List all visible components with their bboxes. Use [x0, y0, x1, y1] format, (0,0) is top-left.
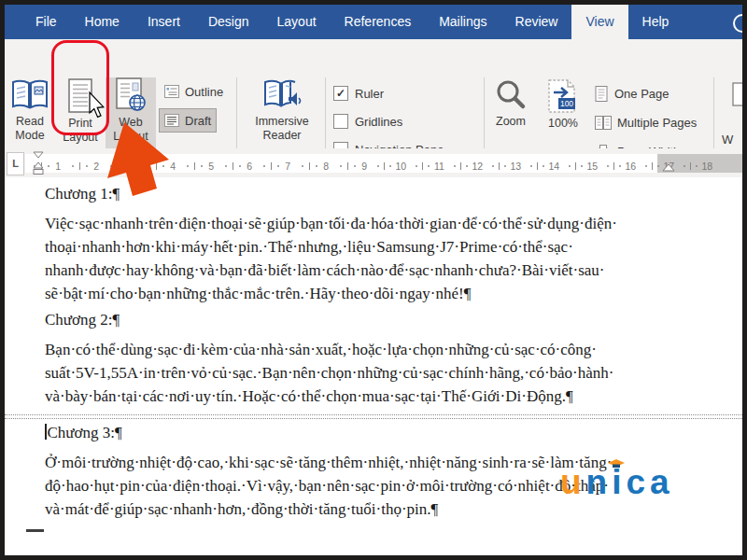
ruler-unit-4: 4: [143, 157, 181, 175]
doc-paragraph-line[interactable]: nhanh·được·hay·không·và·bạn·đã·biết·làm·…: [45, 261, 604, 280]
search-icon[interactable]: [730, 11, 742, 35]
draft-label: Draft: [185, 114, 211, 128]
zoom-icon: [494, 78, 528, 112]
ruler-unit-12: 12: [449, 157, 487, 175]
doc-heading-2[interactable]: Chương 2:¶: [45, 311, 120, 329]
menu-tabs: FileHomeInsertDesignLayoutReferencesMail…: [5, 5, 742, 39]
first-line-indent-marker[interactable]: [33, 151, 44, 159]
zoom-100-badge: 100: [560, 99, 573, 108]
ruler-checkbox[interactable]: ✓ Ruler: [333, 83, 384, 104]
ribbon: Read Mode Print Layout Web Layout: [5, 39, 742, 149]
ruler-unit-6: 6: [219, 157, 258, 175]
tab-help[interactable]: Help: [628, 5, 684, 39]
one-page-label: One Page: [614, 87, 669, 101]
print-layout-icon: [66, 78, 94, 114]
immersive-reader-label: Immersive Reader: [242, 115, 322, 143]
zoom-label: Zoom: [496, 115, 526, 129]
doc-paragraph-line[interactable]: độ·hao·hụt·pin·của·điện·thoại.·Vì·vậy,·b…: [45, 477, 609, 496]
read-mode-icon: [10, 78, 49, 112]
multiple-pages-label: Multiple Pages: [617, 116, 697, 130]
read-mode-label: Read Mode: [7, 115, 52, 143]
doc-paragraph-line[interactable]: suất·5V-1,55A·in·trên·vỏ·củ·sạc.·Bạn·nên…: [45, 364, 614, 383]
horizontal-ruler[interactable]: 123456789101112131415161718: [25, 154, 742, 173]
outline-icon: [164, 85, 179, 98]
tab-home[interactable]: Home: [71, 5, 134, 39]
word-window-content: FileHomeInsertDesignLayoutReferencesMail…: [5, 5, 742, 555]
one-page-icon: [595, 86, 609, 102]
tab-design[interactable]: Design: [194, 5, 263, 39]
ruler-unit-15: 15: [564, 157, 602, 175]
right-indent-marker[interactable]: [662, 163, 675, 173]
unica-logo-n: n: [586, 463, 613, 501]
tab-view[interactable]: View: [571, 5, 627, 39]
tab-review[interactable]: Review: [501, 5, 572, 39]
zoom-100-icon: 100: [545, 78, 581, 114]
ruler-unit-11: 11: [411, 157, 449, 175]
doc-heading-3[interactable]: Chương 3:¶: [45, 424, 122, 442]
graduation-cap-icon: [607, 459, 626, 469]
doc-heading-1[interactable]: Chương 1:¶: [45, 185, 120, 203]
outline-button[interactable]: Outline: [160, 80, 228, 103]
window-group-partial-label: W: [722, 133, 733, 147]
immersive-reader-icon: [261, 78, 303, 112]
one-page-button[interactable]: One Page: [595, 82, 669, 105]
ruler-unit-13: 13: [487, 157, 526, 175]
multiple-pages-button[interactable]: Multiple Pages: [595, 111, 697, 133]
zoom-100-label: 100%: [548, 117, 578, 131]
ruler-unit-2: 2: [66, 157, 105, 175]
ruler-unit-9: 9: [334, 157, 373, 175]
doc-paragraph-line[interactable]: Ở·môi·trường·nhiệt·độ·cao,·khi·sạc·sẽ·tă…: [45, 454, 612, 472]
tab-references[interactable]: References: [331, 5, 426, 39]
tab-layout[interactable]: Layout: [263, 5, 331, 39]
doc-paragraph-line[interactable]: Việc·sạc·nhanh·trên·điện·thoại·sẽ·giúp·b…: [45, 215, 617, 233]
unica-logo-u: u: [560, 463, 586, 501]
multiple-pages-icon: [595, 116, 612, 130]
ruler-unit-14: 14: [526, 157, 564, 175]
unica-logo: unica: [560, 465, 674, 500]
ribbon-tab-bar: FileHomeInsertDesignLayoutReferencesMail…: [5, 5, 742, 39]
doc-paragraph-line[interactable]: sẽ·bật·mí·cho·bạn·những·thắc·mắc·trên.·H…: [45, 285, 471, 303]
tab-file[interactable]: File: [21, 5, 71, 39]
gridlines-checkbox[interactable]: Gridlines: [333, 111, 402, 132]
page-break-dotted-line: [5, 414, 742, 415]
ruler-unit-10: 10: [373, 157, 411, 175]
ruler-unit-5: 5: [181, 157, 219, 175]
unica-logo-i: i: [612, 463, 626, 501]
word-window: FileHomeInsertDesignLayoutReferencesMail…: [0, 0, 747, 560]
doc-paragraph-line[interactable]: thoại·nhanh·hơn·khi·máy·hết·pin.·Thế·như…: [45, 238, 573, 257]
web-layout-icon: [115, 77, 147, 113]
draft-icon: [164, 114, 179, 127]
draft-button[interactable]: Draft: [160, 109, 216, 132]
web-layout-label: Web Layout: [106, 116, 156, 144]
document-page[interactable]: Chương 1:¶ Việc·sạc·nhanh·trên·điện·thoạ…: [5, 177, 742, 555]
doc-paragraph-line[interactable]: và·bày·bán·tại·các·nơi·uy·tín.·Hoặc·có·t…: [45, 387, 573, 406]
new-window-icon: [732, 82, 742, 106]
ruler-unit-18: 18: [679, 157, 717, 175]
tab-insert[interactable]: Insert: [134, 5, 194, 39]
ruler-checkbox-label: Ruler: [355, 87, 384, 101]
ruler-ticks: 123456789101112131415161718: [28, 154, 717, 170]
doc-paragraph-line[interactable]: và·mát·để·giúp·sạc·nhanh·hơn,·đồng·thời·…: [45, 500, 438, 519]
ruler-unit-3: 3: [105, 157, 143, 175]
page-break-dotted-line: [5, 418, 742, 419]
ruler-bar: L 123456789101112131415161718: [5, 148, 742, 177]
doc-paragraph-line[interactable]: Bạn·có·thể·dùng·sạc·đi·kèm·của·nhà·sản·x…: [45, 341, 597, 359]
doc-heading-3-text: Chương 3:¶: [48, 424, 122, 441]
outline-label: Outline: [185, 85, 223, 99]
checkbox-icon: ✓: [333, 86, 348, 101]
checkbox-icon: [333, 114, 348, 129]
tab-mailings[interactable]: Mailings: [425, 5, 500, 39]
hanging-indent-marker[interactable]: [33, 162, 44, 175]
ruler-unit-16: 16: [602, 157, 641, 175]
unica-logo-ca: ca: [627, 463, 674, 501]
ruler-unit-7: 7: [258, 157, 296, 175]
gridlines-checkbox-label: Gridlines: [355, 115, 402, 129]
tab-stop-selector[interactable]: L: [7, 152, 24, 175]
ruler-unit-8: 8: [296, 157, 334, 175]
doc-dash-mark: [26, 529, 44, 532]
text-cursor: [45, 424, 47, 440]
print-layout-label: Print Layout: [57, 117, 104, 145]
